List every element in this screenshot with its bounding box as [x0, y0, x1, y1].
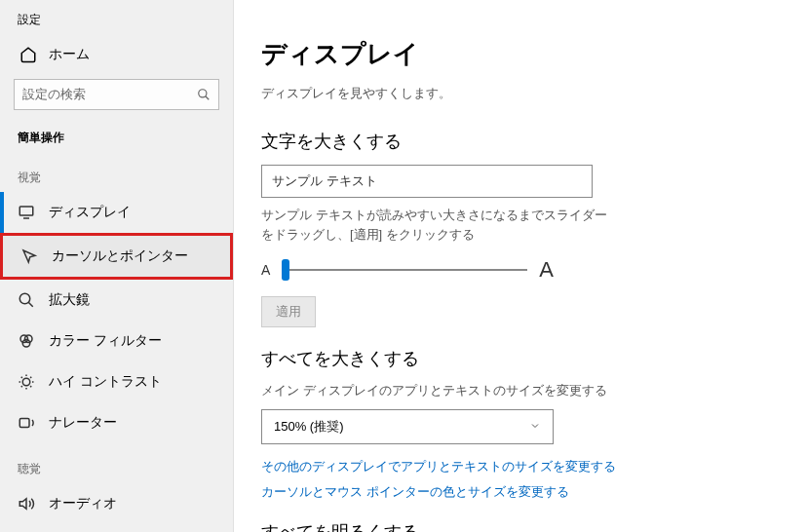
narrator-icon	[18, 414, 35, 432]
chevron-down-icon	[529, 420, 541, 435]
main-panel: ディスプレイ ディスプレイを見やすくします。 文字を大きくする サンプル テキス…	[234, 0, 807, 532]
scale-hint: メイン ディスプレイのアプリとテキストのサイズを変更する	[261, 382, 780, 399]
sidebar-item-magnifier[interactable]: 拡大鏡	[0, 280, 233, 321]
page-desc: ディスプレイを見やすくします。	[261, 85, 780, 102]
svg-line-5	[28, 302, 33, 307]
svg-point-8	[22, 340, 30, 348]
home-label: ホーム	[49, 46, 90, 63]
sidebar-item-label: オーディオ	[49, 495, 117, 513]
sidebar-item-highcontrast[interactable]: ハイ コントラスト	[0, 361, 233, 402]
sidebar-item-subtitles[interactable]: 字幕	[0, 524, 233, 532]
group-audio: 聴覚	[0, 443, 233, 483]
sidebar-item-label: ハイ コントラスト	[49, 373, 162, 391]
category-label: 簡単操作	[0, 116, 233, 152]
svg-point-4	[19, 293, 30, 304]
page-title: ディスプレイ	[261, 37, 780, 71]
text-size-slider[interactable]: A A	[261, 257, 554, 283]
svg-rect-18	[19, 419, 29, 428]
colorfilter-icon	[18, 332, 35, 350]
slider-track[interactable]	[282, 269, 527, 271]
svg-line-14	[21, 377, 22, 378]
sidebar-item-label: カーソルとポインター	[52, 247, 188, 265]
sidebar-item-label: カラー フィルター	[49, 332, 162, 350]
search-placeholder: 設定の検索	[22, 86, 197, 103]
sidebar-item-display[interactable]: ディスプレイ	[0, 192, 233, 233]
magnifier-icon	[18, 291, 35, 309]
sidebar-item-colorfilter[interactable]: カラー フィルター	[0, 321, 233, 361]
section-brightness: すべてを明るくする	[261, 520, 780, 532]
sidebar: 設定 ホーム 設定の検索 簡単操作 視覚 ディスプレイ カーソルとポインター 拡…	[0, 0, 234, 532]
svg-marker-19	[19, 499, 26, 510]
display-icon	[18, 204, 35, 221]
svg-point-9	[22, 378, 30, 386]
audio-icon	[18, 495, 35, 513]
window-title: 設定	[0, 0, 233, 36]
small-a-label: A	[261, 262, 270, 278]
sidebar-item-narrator[interactable]: ナレーター	[0, 402, 233, 443]
svg-line-16	[21, 386, 22, 387]
section-scale: すべてを大きくする	[261, 347, 780, 370]
home-button[interactable]: ホーム	[0, 36, 233, 73]
svg-rect-2	[19, 207, 33, 215]
svg-line-15	[30, 386, 31, 387]
sidebar-item-cursor[interactable]: カーソルとポインター	[0, 233, 233, 280]
scale-dropdown[interactable]: 150% (推奨)	[261, 409, 554, 444]
cursor-icon	[20, 247, 38, 265]
search-input[interactable]: 設定の検索	[14, 79, 219, 110]
group-visual: 視覚	[0, 152, 233, 192]
big-a-label: A	[539, 257, 554, 283]
sidebar-item-label: ナレーター	[49, 414, 117, 432]
svg-line-1	[206, 96, 210, 100]
link-other-displays[interactable]: その他のディスプレイでアプリとテキストのサイズを変更する	[261, 458, 780, 475]
slider-thumb[interactable]	[282, 259, 289, 281]
sample-text-input[interactable]: サンプル テキスト	[261, 165, 593, 198]
apply-button[interactable]: 適用	[261, 296, 316, 327]
link-cursor-pointer[interactable]: カーソルとマウス ポインターの色とサイズを変更する	[261, 483, 780, 501]
svg-line-17	[30, 377, 31, 378]
slider-hint: サンプル テキストが読みやすい大きさになるまでスライダーをドラッグし、[適用] …	[261, 206, 612, 244]
sidebar-item-label: ディスプレイ	[49, 204, 131, 221]
sidebar-item-label: 拡大鏡	[49, 291, 90, 309]
sidebar-item-audio[interactable]: オーディオ	[0, 483, 233, 524]
highcontrast-icon	[18, 373, 35, 391]
dropdown-value: 150% (推奨)	[274, 418, 344, 436]
home-icon	[19, 46, 37, 63]
svg-point-0	[199, 90, 207, 97]
section-text-size: 文字を大きくする	[261, 130, 780, 153]
search-icon	[197, 88, 211, 101]
